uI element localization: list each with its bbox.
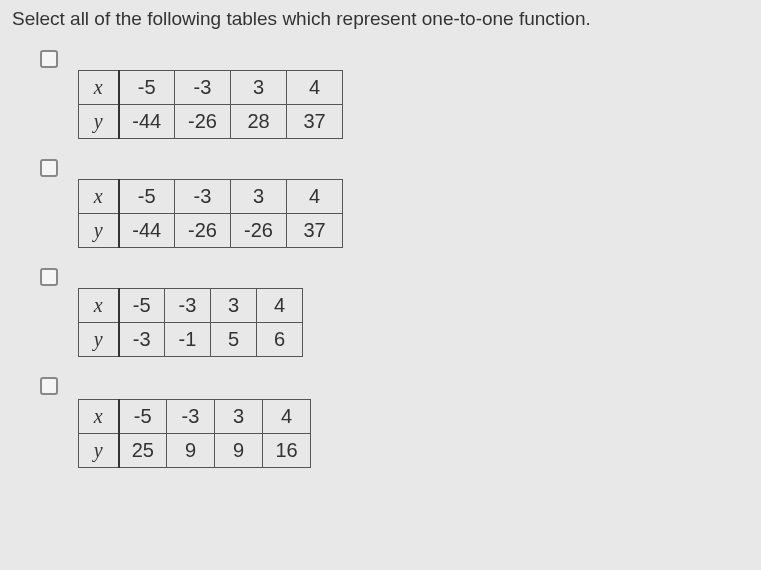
table-2-wrapper: x -5 -3 3 4 y -44 -26 -26 37 <box>78 179 343 248</box>
table-cell: 3 <box>231 71 287 105</box>
table-cell: 37 <box>287 214 343 248</box>
row-header-x: x <box>79 289 119 323</box>
table-cell: 9 <box>215 434 263 468</box>
table-cell: -3 <box>175 71 231 105</box>
table-cell: -26 <box>175 105 231 139</box>
row-header-y: y <box>79 214 119 248</box>
table-cell: -3 <box>119 323 165 357</box>
table-cell: -5 <box>119 400 167 434</box>
table-cell: -3 <box>165 289 211 323</box>
table-cell: -44 <box>119 214 175 248</box>
table-cell: -26 <box>175 214 231 248</box>
table-2: x -5 -3 3 4 y -44 -26 -26 37 <box>78 179 343 248</box>
row-header-x: x <box>79 71 119 105</box>
table-cell: -5 <box>119 289 165 323</box>
table-1: x -5 -3 3 4 y -44 -26 28 37 <box>78 70 343 139</box>
row-header-x: x <box>79 400 119 434</box>
option-2: x -5 -3 3 4 y -44 -26 -26 37 <box>40 157 749 248</box>
table-cell: -5 <box>119 180 175 214</box>
table-cell: 16 <box>263 434 311 468</box>
table-1-wrapper: x -5 -3 3 4 y -44 -26 28 37 <box>78 70 343 139</box>
table-cell: 4 <box>287 180 343 214</box>
table-cell: 9 <box>167 434 215 468</box>
option-3: x -5 -3 3 4 y -3 -1 5 6 <box>40 266 749 357</box>
option-1: x -5 -3 3 4 y -44 -26 28 37 <box>40 48 749 139</box>
table-4: x -5 -3 3 4 y 25 9 9 16 <box>78 399 311 468</box>
table-cell: -3 <box>167 400 215 434</box>
table-4-wrapper: x -5 -3 3 4 y 25 9 9 16 <box>78 399 311 468</box>
row-header-y: y <box>79 105 119 139</box>
row-header-x: x <box>79 180 119 214</box>
table-cell: 4 <box>287 71 343 105</box>
table-cell: -44 <box>119 105 175 139</box>
table-cell: -26 <box>231 214 287 248</box>
question-prompt: Select all of the following tables which… <box>12 8 749 30</box>
table-cell: 3 <box>231 180 287 214</box>
table-cell: 6 <box>257 323 303 357</box>
table-cell: 5 <box>211 323 257 357</box>
option-4: x -5 -3 3 4 y 25 9 9 16 <box>40 375 749 468</box>
table-cell: 37 <box>287 105 343 139</box>
table-3: x -5 -3 3 4 y -3 -1 5 6 <box>78 288 303 357</box>
checkbox-3[interactable] <box>40 268 58 286</box>
checkbox-2[interactable] <box>40 159 58 177</box>
table-cell: -1 <box>165 323 211 357</box>
table-3-wrapper: x -5 -3 3 4 y -3 -1 5 6 <box>78 288 303 357</box>
checkbox-4[interactable] <box>40 377 58 395</box>
table-cell: 4 <box>257 289 303 323</box>
table-cell: 25 <box>119 434 167 468</box>
table-cell: 4 <box>263 400 311 434</box>
row-header-y: y <box>79 434 119 468</box>
table-cell: 3 <box>215 400 263 434</box>
checkbox-1[interactable] <box>40 50 58 68</box>
table-cell: -3 <box>175 180 231 214</box>
table-cell: 28 <box>231 105 287 139</box>
table-cell: 3 <box>211 289 257 323</box>
table-cell: -5 <box>119 71 175 105</box>
row-header-y: y <box>79 323 119 357</box>
